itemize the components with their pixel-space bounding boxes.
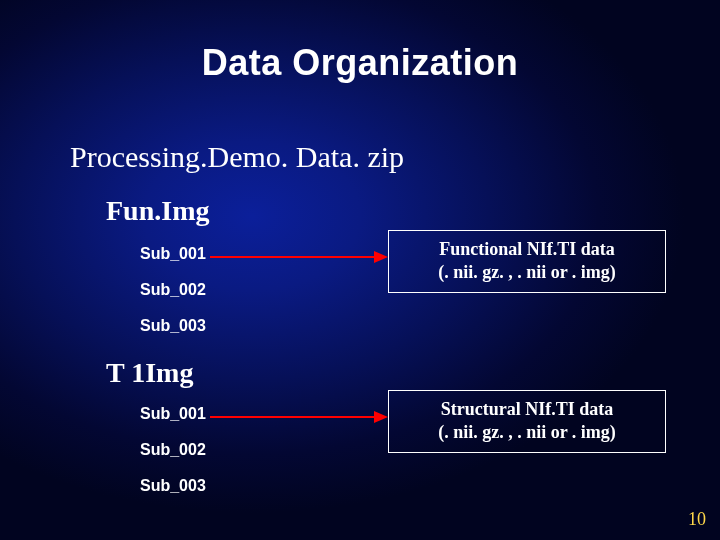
callout-structural-line2: (. nii. gz. , . nii or . img) xyxy=(397,421,657,444)
arrow-icon xyxy=(210,247,388,267)
page-number: 10 xyxy=(688,509,706,530)
slide: Data Organization Processing.Demo. Data.… xyxy=(0,0,720,540)
t1img-sub-1: Sub_001 xyxy=(140,405,206,423)
funimg-sub-2: Sub_002 xyxy=(140,281,206,299)
svg-marker-3 xyxy=(374,411,388,423)
t1img-sub-2: Sub_002 xyxy=(140,441,206,459)
folder-heading-funimg: Fun.Img xyxy=(106,195,209,227)
callout-structural: Structural NIf.TI data (. nii. gz. , . n… xyxy=(388,390,666,453)
callout-structural-line1: Structural NIf.TI data xyxy=(397,398,657,421)
callout-functional-line1: Functional NIf.TI data xyxy=(397,238,657,261)
funimg-sub-3: Sub_003 xyxy=(140,317,206,335)
t1img-sub-3: Sub_003 xyxy=(140,477,206,495)
folder-heading-t1img: T 1Img xyxy=(106,357,193,389)
callout-functional: Functional NIf.TI data (. nii. gz. , . n… xyxy=(388,230,666,293)
arrow-icon xyxy=(210,407,388,427)
archive-filename: Processing.Demo. Data. zip xyxy=(70,140,404,174)
funimg-sub-1: Sub_001 xyxy=(140,245,206,263)
svg-marker-1 xyxy=(374,251,388,263)
callout-functional-line2: (. nii. gz. , . nii or . img) xyxy=(397,261,657,284)
slide-title: Data Organization xyxy=(0,42,720,84)
